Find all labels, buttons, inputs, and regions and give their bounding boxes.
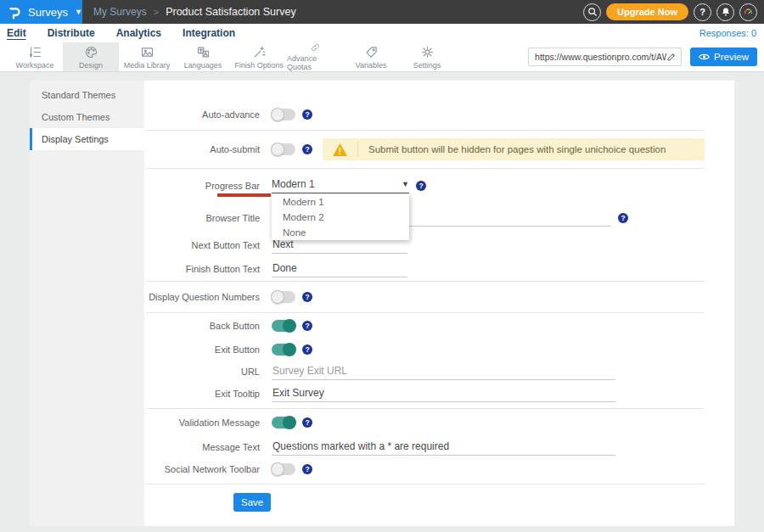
- nav-tab-integration[interactable]: Integration: [183, 27, 235, 39]
- exit-button-toggle[interactable]: [272, 344, 295, 356]
- exit-url-label: URL: [144, 367, 260, 377]
- toolbar-item-workspace[interactable]: Workspace: [7, 42, 63, 71]
- breadcrumb-parent[interactable]: My Surveys: [93, 6, 147, 18]
- nav-tab-analytics[interactable]: Analytics: [116, 27, 161, 39]
- sidebar-item-standard-themes[interactable]: Standard Themes: [30, 84, 144, 106]
- gear-icon: [420, 45, 435, 59]
- notifications-button[interactable]: [716, 3, 734, 21]
- social-network-toolbar-label: Social Network Toolbar: [144, 464, 260, 474]
- tag-icon: [364, 45, 379, 59]
- help-icon[interactable]: ?: [302, 321, 312, 331]
- divider: [146, 484, 705, 484]
- toolbar-item-settings[interactable]: Settings: [399, 42, 455, 71]
- survey-url-field[interactable]: https://www.questionpro.com/t/AW22Zh44: [528, 48, 682, 66]
- finish-button-text-row: Finish Button Text: [144, 257, 734, 281]
- chain-link-icon: [308, 42, 323, 53]
- edit-pencil-icon[interactable]: [666, 52, 677, 62]
- save-row: Save: [144, 493, 734, 512]
- back-button-row: Back Button ?: [144, 313, 734, 339]
- back-button-toggle[interactable]: [272, 320, 295, 332]
- toolbar-item-variables[interactable]: Variables: [343, 42, 399, 71]
- dashboard-gauge-button[interactable]: [739, 3, 757, 21]
- survey-nav: Edit Distribute Analytics Integration Re…: [0, 24, 764, 42]
- dropdown-option-modern-1[interactable]: Modern 1: [272, 194, 409, 210]
- nav-tab-edit[interactable]: Edit: [7, 27, 26, 39]
- validation-message-row: Validation Message ?: [144, 409, 734, 436]
- gauge-icon: [743, 7, 754, 18]
- progress-bar-select[interactable]: Modern 1 ▼ Modern 1 Modern 2 None: [272, 178, 409, 193]
- product-switcher[interactable]: Surveys ▼: [0, 0, 82, 24]
- auto-submit-label: Auto-submit: [144, 144, 260, 154]
- help-icon[interactable]: ?: [302, 344, 312, 355]
- edit-toolbar: Workspace Design Media Library Languages…: [0, 42, 764, 72]
- toolbar-item-media-library[interactable]: Media Library: [119, 42, 175, 71]
- breadcrumb-separator-icon: >: [154, 7, 159, 17]
- exit-url-input[interactable]: [272, 364, 615, 380]
- annotation-red-underline: [217, 193, 271, 197]
- media-library-icon: [140, 45, 154, 59]
- dropdown-option-none[interactable]: None: [272, 225, 409, 240]
- exit-tooltip-input[interactable]: [272, 386, 615, 402]
- help-icon[interactable]: ?: [416, 181, 426, 191]
- product-name: Surveys: [28, 6, 68, 19]
- questionpro-logo-icon: [8, 5, 22, 20]
- display-settings-panel: Auto-advance ? Auto-submit ? ! Submit bu…: [144, 81, 734, 526]
- validation-message-toggle[interactable]: [272, 417, 295, 428]
- warning-divider: [357, 142, 358, 157]
- sidebar-item-display-settings[interactable]: Display Settings: [30, 128, 144, 150]
- nav-tab-distribute[interactable]: Distribute: [48, 27, 95, 39]
- caret-down-icon: ▼: [402, 180, 409, 188]
- finish-button-text-input[interactable]: [272, 261, 407, 277]
- exit-url-row: URL: [144, 361, 734, 383]
- social-network-toolbar-toggle[interactable]: [272, 463, 295, 475]
- help-icon[interactable]: ?: [302, 109, 312, 120]
- upgrade-now-button[interactable]: Upgrade Now: [606, 3, 688, 20]
- help-icon[interactable]: ?: [302, 144, 312, 154]
- sidebar-item-custom-themes[interactable]: Custom Themes: [30, 106, 144, 128]
- help-icon[interactable]: ?: [302, 417, 312, 428]
- auto-advance-row: Auto-advance ?: [144, 99, 734, 130]
- responses-count[interactable]: Responses: 0: [699, 28, 764, 38]
- display-question-numbers-label: Display Question Numbers: [144, 292, 260, 302]
- topbar: Surveys ▼ My Surveys > Product Satisfact…: [0, 0, 764, 24]
- toolbar-item-languages[interactable]: Languages: [175, 42, 231, 71]
- help-icon[interactable]: ?: [302, 464, 312, 474]
- dropdown-option-modern-2[interactable]: Modern 2: [272, 210, 409, 225]
- chevron-down-icon: ▼: [75, 8, 82, 16]
- validation-message-label: Validation Message: [144, 417, 260, 428]
- toolbar-item-advance-quotas[interactable]: Advance Quotas: [287, 42, 343, 71]
- workspace-icon: [28, 45, 42, 59]
- exit-tooltip-label: Exit Tooltip: [144, 389, 260, 399]
- auto-submit-warning: ! Submit button will be hidden for pages…: [323, 138, 705, 160]
- survey-url: https://www.questionpro.com/t/AW22Zh44: [535, 52, 666, 62]
- auto-advance-toggle[interactable]: [272, 109, 295, 120]
- preview-button[interactable]: Preview: [690, 48, 757, 66]
- save-button[interactable]: Save: [233, 493, 271, 512]
- help-icon[interactable]: ?: [618, 213, 628, 223]
- browser-title-label: Browser Title: [144, 213, 260, 223]
- finish-button-text-label: Finish Button Text: [144, 264, 260, 274]
- design-palette-icon: [84, 45, 98, 59]
- toolbar-item-design[interactable]: Design: [63, 42, 119, 71]
- message-text-input[interactable]: [272, 440, 615, 456]
- display-question-numbers-toggle[interactable]: [272, 291, 295, 303]
- exit-button-label: Exit Button: [144, 344, 260, 355]
- svg-text:!: !: [339, 146, 341, 155]
- browser-title-row: Browser Title ?: [144, 203, 734, 233]
- help-button[interactable]: ?: [694, 3, 711, 21]
- help-icon[interactable]: ?: [302, 292, 312, 302]
- auto-advance-label: Auto-advance: [144, 109, 260, 120]
- breadcrumb: My Surveys > Product Satisfaction Survey: [93, 6, 296, 18]
- auto-submit-row: Auto-submit ? ! Submit button will be hi…: [144, 131, 734, 168]
- message-text-row: Message Text: [144, 436, 734, 458]
- auto-submit-toggle[interactable]: [272, 143, 295, 155]
- back-button-label: Back Button: [144, 321, 260, 331]
- next-button-text-label: Next Button Text: [144, 240, 260, 250]
- exit-button-row: Exit Button ?: [144, 339, 734, 361]
- toolbar-item-finish-options[interactable]: Finish Options: [231, 42, 287, 71]
- eye-icon: [699, 53, 710, 61]
- next-button-text-row: Next Button Text: [144, 233, 734, 257]
- exit-tooltip-row: Exit Tooltip: [144, 383, 734, 405]
- search-icon: [587, 7, 598, 17]
- search-button[interactable]: [583, 3, 601, 21]
